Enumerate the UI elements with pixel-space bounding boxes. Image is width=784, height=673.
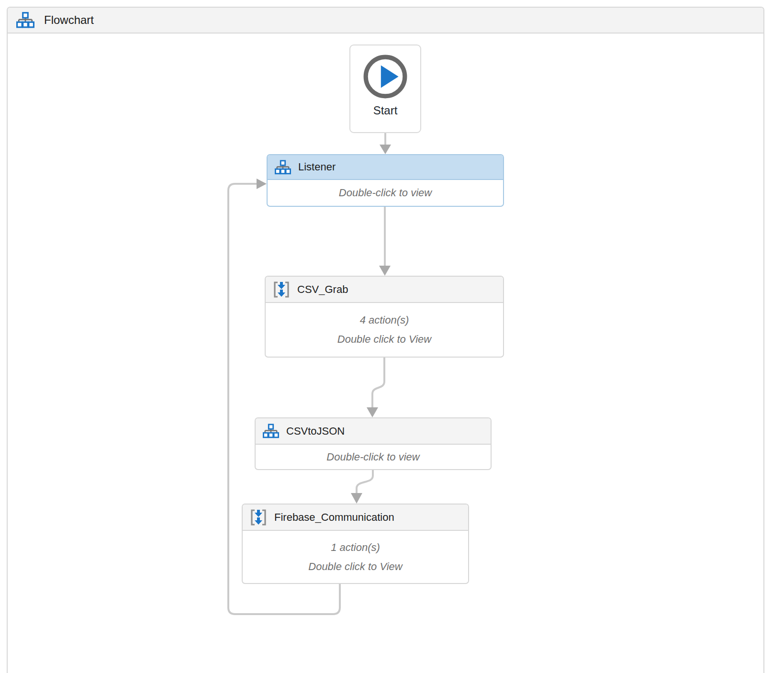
csv-grab-hint: Double click to View [337, 330, 431, 349]
play-icon [362, 53, 409, 100]
flowchart-icon [275, 160, 291, 175]
csvtojson-title: CSVtoJSON [286, 425, 345, 437]
csv-grab-header: CSV_Grab [266, 277, 503, 303]
csv-grab-body: 4 action(s) Double click to View [266, 303, 503, 357]
firebase-header: Firebase_Communication [243, 505, 468, 531]
listener-body: Double-click to view [268, 180, 503, 206]
flowchart-icon [263, 424, 279, 438]
listener-title: Listener [298, 161, 336, 173]
firebase-hint: Double click to View [308, 557, 402, 576]
csv-grab-actions: 4 action(s) [360, 311, 409, 330]
firebase-title: Firebase_Communication [274, 511, 394, 524]
firebase-actions: 1 action(s) [331, 538, 380, 557]
firebase-body: 1 action(s) Double click to View [243, 531, 468, 583]
csvtojson-hint: Double-click to view [326, 448, 419, 467]
csv-grab-title: CSV_Grab [297, 283, 348, 296]
flowchart-designer: Flowchart Start [0, 0, 784, 673]
start-label: Start [373, 104, 398, 117]
node-csvtojson[interactable]: CSVtoJSON Double-click to view [255, 417, 492, 470]
panel-title: Flowchart [44, 13, 94, 27]
csvtojson-header: CSVtoJSON [256, 418, 491, 445]
listener-hint: Double-click to view [339, 183, 432, 202]
flowchart-icon [16, 12, 34, 28]
node-start[interactable]: Start [349, 45, 421, 133]
invoke-workflow-icon [250, 509, 267, 526]
node-listener[interactable]: Listener Double-click to view [267, 154, 504, 207]
node-firebase-communication[interactable]: Firebase_Communication 1 action(s) Doubl… [242, 504, 469, 584]
invoke-workflow-icon [273, 281, 290, 298]
node-csv-grab[interactable]: CSV_Grab 4 action(s) Double click to Vie… [265, 276, 504, 358]
listener-header: Listener [268, 155, 503, 180]
csvtojson-body: Double-click to view [256, 445, 491, 469]
flowchart-panel-header[interactable]: Flowchart [8, 8, 763, 34]
